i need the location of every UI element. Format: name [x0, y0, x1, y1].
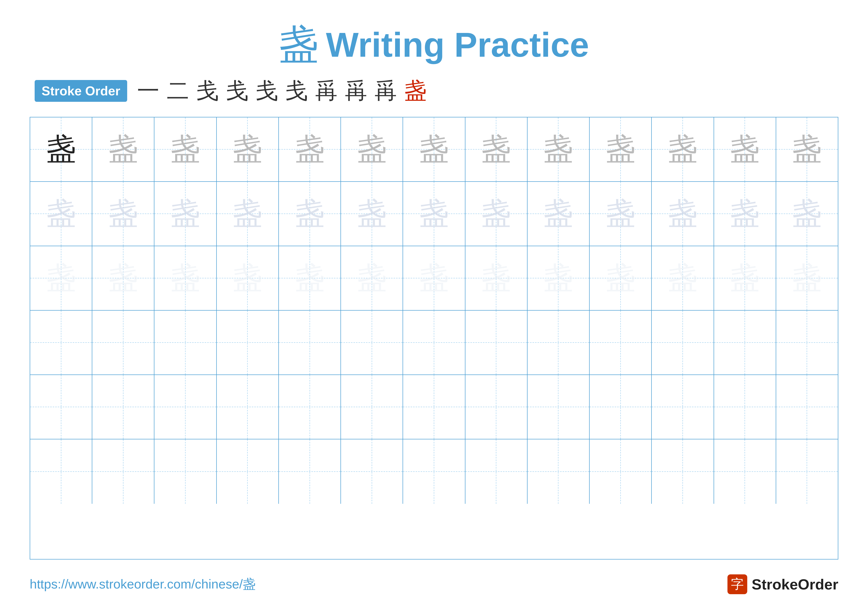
practice-grid: 盏 盏 盏 盏 盏 盏 盏 盏 盏 盏 盏 盏 盏 盏 盏 盏 盏 盏 盏 盏 … [30, 117, 838, 560]
cell-1-13[interactable]: 盏 [776, 117, 838, 181]
footer-url[interactable]: https://www.strokeorder.com/chinese/盏 [30, 576, 256, 593]
cell-4-2[interactable] [92, 311, 154, 375]
cell-4-10[interactable] [590, 311, 652, 375]
cell-4-9[interactable] [527, 311, 590, 375]
char-3-1: 盏 [46, 263, 76, 293]
char-2-3: 盏 [170, 199, 200, 229]
cell-4-6[interactable] [341, 311, 403, 375]
cell-3-3[interactable]: 盏 [154, 246, 217, 310]
cell-4-4[interactable] [217, 311, 279, 375]
char-2-8: 盏 [481, 199, 511, 229]
cell-1-12[interactable]: 盏 [714, 117, 776, 181]
char-2-12: 盏 [730, 199, 760, 229]
cell-5-7[interactable] [403, 375, 465, 439]
cell-4-11[interactable] [652, 311, 714, 375]
cell-1-11[interactable]: 盏 [652, 117, 714, 181]
cell-6-1[interactable] [30, 439, 92, 504]
cell-5-11[interactable] [652, 375, 714, 439]
cell-6-5[interactable] [279, 439, 341, 504]
cell-6-12[interactable] [714, 439, 776, 504]
title-chinese-char: 盏 [279, 25, 318, 65]
cell-2-4[interactable]: 盏 [217, 182, 279, 246]
cell-1-1[interactable]: 盏 [30, 117, 92, 181]
cell-4-13[interactable] [776, 311, 838, 375]
cell-1-4[interactable]: 盏 [217, 117, 279, 181]
grid-row-1: 盏 盏 盏 盏 盏 盏 盏 盏 盏 盏 盏 盏 盏 [30, 117, 838, 182]
grid-row-2: 盏 盏 盏 盏 盏 盏 盏 盏 盏 盏 盏 盏 盏 [30, 182, 838, 246]
char-1-9: 盏 [543, 135, 573, 164]
stroke-order-badge: Stroke Order [35, 80, 127, 102]
cell-6-7[interactable] [403, 439, 465, 504]
cell-3-7[interactable]: 盏 [403, 246, 465, 310]
char-3-2: 盏 [108, 263, 138, 293]
cell-2-5[interactable]: 盏 [279, 182, 341, 246]
cell-5-10[interactable] [590, 375, 652, 439]
cell-2-11[interactable]: 盏 [652, 182, 714, 246]
cell-6-4[interactable] [217, 439, 279, 504]
cell-3-8[interactable]: 盏 [465, 246, 527, 310]
cell-2-13[interactable]: 盏 [776, 182, 838, 246]
cell-6-10[interactable] [590, 439, 652, 504]
cell-3-12[interactable]: 盏 [714, 246, 776, 310]
cell-5-12[interactable] [714, 375, 776, 439]
cell-3-1[interactable]: 盏 [30, 246, 92, 310]
cell-3-2[interactable]: 盏 [92, 246, 154, 310]
cell-2-6[interactable]: 盏 [341, 182, 403, 246]
cell-2-8[interactable]: 盏 [465, 182, 527, 246]
cell-5-2[interactable] [92, 375, 154, 439]
title-text: Writing Practice [326, 25, 589, 65]
cell-1-2[interactable]: 盏 [92, 117, 154, 181]
grid-row-4 [30, 311, 838, 375]
cell-4-7[interactable] [403, 311, 465, 375]
char-2-2: 盏 [108, 199, 138, 229]
cell-4-3[interactable] [154, 311, 217, 375]
cell-1-6[interactable]: 盏 [341, 117, 403, 181]
cell-5-6[interactable] [341, 375, 403, 439]
cell-2-12[interactable]: 盏 [714, 182, 776, 246]
cell-6-2[interactable] [92, 439, 154, 504]
cell-4-5[interactable] [279, 311, 341, 375]
char-1-4: 盏 [232, 135, 262, 164]
logo-char: 字 [731, 576, 744, 593]
cell-4-1[interactable] [30, 311, 92, 375]
cell-2-9[interactable]: 盏 [527, 182, 590, 246]
cell-6-9[interactable] [527, 439, 590, 504]
cell-1-8[interactable]: 盏 [465, 117, 527, 181]
cell-3-6[interactable]: 盏 [341, 246, 403, 310]
cell-5-13[interactable] [776, 375, 838, 439]
cell-1-9[interactable]: 盏 [527, 117, 590, 181]
cell-4-8[interactable] [465, 311, 527, 375]
char-1-3: 盏 [170, 135, 200, 164]
cell-6-11[interactable] [652, 439, 714, 504]
cell-5-3[interactable] [154, 375, 217, 439]
cell-6-8[interactable] [465, 439, 527, 504]
cell-6-13[interactable] [776, 439, 838, 504]
cell-3-10[interactable]: 盏 [590, 246, 652, 310]
cell-3-13[interactable]: 盏 [776, 246, 838, 310]
cell-6-6[interactable] [341, 439, 403, 504]
cell-3-4[interactable]: 盏 [217, 246, 279, 310]
cell-2-10[interactable]: 盏 [590, 182, 652, 246]
cell-4-12[interactable] [714, 311, 776, 375]
cell-1-3[interactable]: 盏 [154, 117, 217, 181]
cell-6-3[interactable] [154, 439, 217, 504]
cell-3-9[interactable]: 盏 [527, 246, 590, 310]
cell-2-1[interactable]: 盏 [30, 182, 92, 246]
cell-2-3[interactable]: 盏 [154, 182, 217, 246]
stroke-5: 戋 [256, 80, 278, 102]
cell-2-7[interactable]: 盏 [403, 182, 465, 246]
cell-2-2[interactable]: 盏 [92, 182, 154, 246]
cell-1-7[interactable]: 盏 [403, 117, 465, 181]
stroke-order-row: Stroke Order 一 二 戋 戋 戋 戋 爯 爯 爯 盏 [35, 80, 426, 102]
cell-1-10[interactable]: 盏 [590, 117, 652, 181]
char-3-12: 盏 [730, 263, 760, 293]
cell-5-5[interactable] [279, 375, 341, 439]
cell-3-5[interactable]: 盏 [279, 246, 341, 310]
cell-5-9[interactable] [527, 375, 590, 439]
cell-1-5[interactable]: 盏 [279, 117, 341, 181]
cell-5-8[interactable] [465, 375, 527, 439]
char-3-6: 盏 [357, 263, 387, 293]
cell-5-4[interactable] [217, 375, 279, 439]
cell-5-1[interactable] [30, 375, 92, 439]
cell-3-11[interactable]: 盏 [652, 246, 714, 310]
